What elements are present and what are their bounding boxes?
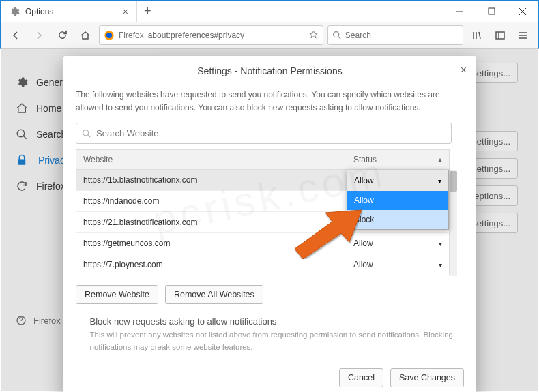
help-icon [16, 315, 27, 326]
sidebar-item-label: Home [36, 103, 61, 114]
browser-toolbar: Firefox about:preferences#privacy [0, 22, 539, 49]
remove-website-button[interactable]: Remove Website [76, 285, 158, 304]
column-website[interactable]: Website [76, 155, 347, 164]
block-new-requests-checkbox[interactable] [76, 318, 83, 327]
column-status[interactable]: Status▴ [347, 155, 449, 164]
gear-icon [9, 6, 20, 17]
table-row[interactable]: https://getmeuncos.com Allow▾ [76, 233, 449, 254]
close-window-button[interactable] [507, 1, 538, 22]
notification-permissions-dialog: Settings - Notification Permissions × Th… [63, 56, 476, 392]
url-bar[interactable]: Firefox about:preferences#privacy [99, 25, 323, 45]
chevron-down-icon: ▾ [439, 261, 442, 269]
window-titlebar: Options × + [0, 0, 539, 22]
dialog-title: Settings - Notification Permissions [197, 65, 342, 76]
firefox-icon [104, 30, 115, 41]
svg-point-5 [106, 33, 112, 38]
gear-icon [16, 76, 28, 89]
reload-button[interactable] [53, 26, 72, 45]
forward-button[interactable] [29, 26, 48, 45]
svg-point-6 [333, 32, 338, 37]
search-website-field[interactable] [76, 123, 452, 144]
url-label: Firefox [119, 31, 144, 40]
new-tab-button[interactable]: + [137, 4, 158, 18]
sort-caret-icon: ▴ [438, 155, 442, 164]
sync-icon [16, 180, 28, 192]
annotation-arrow-icon [288, 205, 363, 259]
svg-rect-11 [496, 32, 504, 39]
svg-line-17 [23, 136, 27, 139]
maximize-button[interactable] [476, 1, 507, 22]
website-cell: https://15.blastnotificationx.com [76, 175, 347, 185]
svg-line-7 [338, 37, 340, 39]
save-changes-button[interactable]: Save Changes [390, 368, 464, 387]
block-new-requests-hint: This will prevent any websites not liste… [90, 329, 465, 353]
dropdown-selected[interactable]: Allow▾ [347, 170, 448, 191]
menu-button[interactable] [514, 26, 533, 45]
block-new-requests-label: Block new requests asking to allow notif… [90, 316, 465, 327]
svg-point-19 [83, 130, 89, 136]
table-header: Website Status▴ [76, 149, 450, 170]
home-button[interactable] [76, 26, 95, 45]
search-input[interactable] [345, 31, 458, 40]
scrollbar[interactable] [450, 170, 457, 276]
home-icon [16, 102, 28, 115]
svg-line-10 [479, 32, 480, 39]
window-buttons [444, 1, 538, 22]
svg-point-16 [17, 130, 25, 137]
dialog-description: The following websites have requested to… [76, 89, 464, 115]
back-button[interactable] [6, 26, 25, 45]
library-icon[interactable] [467, 26, 486, 45]
scrollbar-thumb[interactable] [450, 171, 457, 192]
dialog-header: Settings - Notification Permissions × [63, 56, 476, 83]
remove-all-websites-button[interactable]: Remove All Websites [165, 285, 263, 304]
search-website-input[interactable] [96, 128, 446, 138]
permissions-table: Website Status▴ https://15.blastnotifica… [76, 149, 457, 275]
bookmark-icon[interactable] [308, 30, 319, 40]
cancel-button[interactable]: Cancel [339, 368, 383, 387]
url-text: about:preferences#privacy [148, 31, 304, 40]
lock-icon [16, 154, 28, 166]
close-dialog-button[interactable]: × [461, 64, 467, 76]
browser-tab[interactable]: Options × [1, 1, 137, 22]
search-icon [16, 128, 28, 140]
tab-title: Options [25, 7, 117, 16]
chevron-down-icon: ▾ [438, 177, 441, 185]
minimize-button[interactable] [444, 1, 476, 22]
svg-line-20 [88, 135, 90, 137]
sidebar-toggle-icon[interactable] [491, 26, 510, 45]
close-tab-icon[interactable]: × [123, 6, 128, 17]
search-icon [82, 129, 91, 138]
search-bar[interactable] [327, 25, 463, 45]
svg-rect-1 [489, 8, 495, 14]
chevron-down-icon: ▾ [439, 240, 442, 247]
search-icon [332, 31, 341, 40]
table-row[interactable]: https://7.ploynest.com Allow▾ [76, 254, 449, 275]
website-cell: https://7.ploynest.com [76, 260, 347, 269]
status-dropdown[interactable]: Allow▾ [347, 260, 449, 269]
sidebar-item-label: Search [36, 129, 66, 140]
